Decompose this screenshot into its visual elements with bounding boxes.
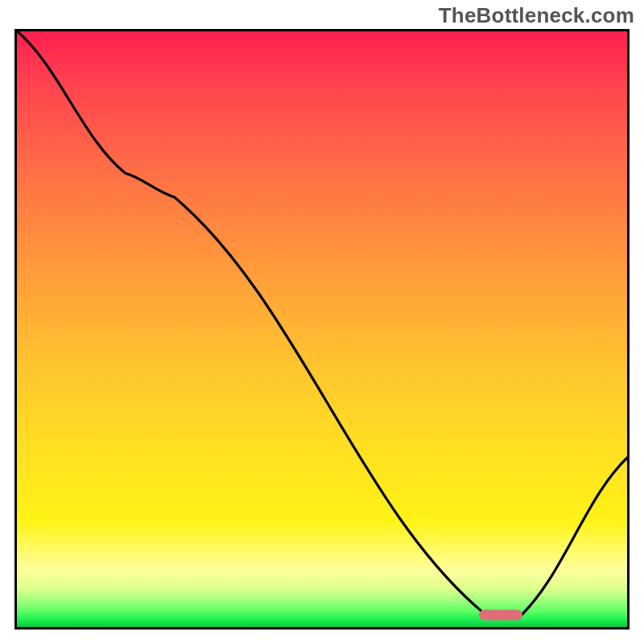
curve-path [14,29,630,617]
watermark-text: TheBottleneck.com [439,3,634,28]
curve-svg [14,29,630,630]
optimum-marker [479,610,522,621]
chart-frame: TheBottleneck.com [0,0,644,644]
plot-area [14,29,630,630]
